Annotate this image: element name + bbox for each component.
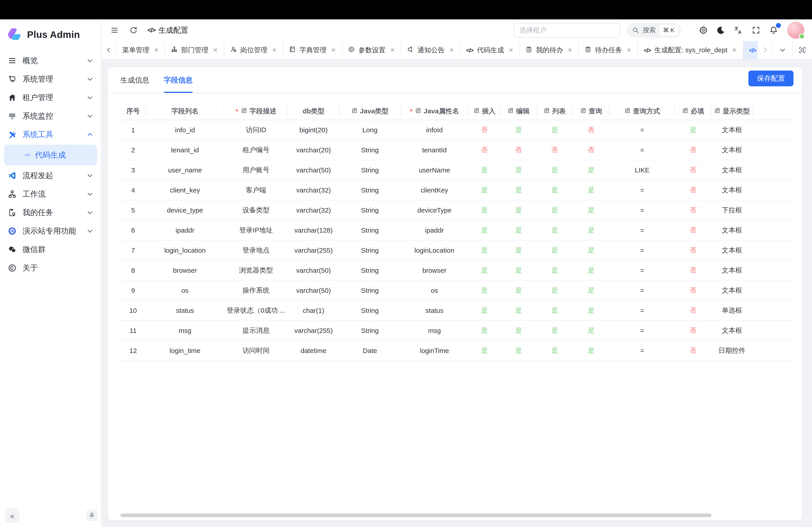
cell-display[interactable]: 文本框 — [711, 140, 752, 160]
cell-queryType[interactable]: = — [609, 140, 675, 160]
cell-query[interactable]: 否 — [573, 120, 609, 140]
sidebar-item-6[interactable]: 工作流 — [0, 185, 101, 203]
sidebar-item-3[interactable]: 系统监控 — [0, 107, 101, 125]
sidebar-item-10[interactable]: 关于 — [0, 259, 101, 277]
cell-queryType[interactable]: = — [609, 260, 675, 281]
cell-edit[interactable]: 是 — [501, 341, 537, 361]
page-tab-6[interactable]: </>代码生成✕ — [460, 41, 520, 59]
cell-required[interactable]: 否 — [675, 180, 711, 200]
cell-required[interactable]: 否 — [675, 300, 711, 320]
cell-query[interactable]: 是 — [573, 180, 609, 200]
sidebar-subitem-code-generation[interactable]: </>代码生成 — [4, 145, 97, 165]
refresh-icon[interactable] — [129, 25, 139, 35]
cell-insert[interactable]: 是 — [468, 220, 501, 240]
pin-icon[interactable] — [86, 510, 98, 521]
cell-list[interactable]: 否 — [537, 140, 573, 160]
cell-display[interactable]: 文本框 — [711, 320, 752, 341]
tabs-scroll-left-icon[interactable] — [102, 41, 116, 59]
close-icon[interactable]: ✕ — [154, 47, 159, 54]
cell-query[interactable]: 是 — [573, 200, 609, 220]
cell-query[interactable]: 是 — [573, 320, 609, 341]
cell-insert[interactable]: 是 — [468, 240, 501, 260]
cell-queryType[interactable]: = — [609, 300, 675, 320]
cell-insert[interactable]: 是 — [468, 281, 501, 300]
close-icon[interactable]: ✕ — [508, 47, 513, 54]
cell-list[interactable]: 是 — [537, 320, 573, 341]
notifications-bell-icon[interactable] — [769, 25, 779, 35]
cell-queryType[interactable]: = — [609, 220, 675, 240]
cell-list[interactable]: 是 — [537, 180, 573, 200]
close-icon[interactable]: ✕ — [567, 47, 572, 54]
cell-edit[interactable]: 是 — [501, 180, 537, 200]
cell-query[interactable]: 是 — [573, 240, 609, 260]
cell-insert[interactable]: 是 — [468, 320, 501, 341]
cell-query[interactable]: 是 — [573, 300, 609, 320]
page-tab-8[interactable]: 待办任务✕ — [579, 41, 638, 59]
close-icon[interactable]: ✕ — [627, 47, 632, 54]
cell-edit[interactable]: 是 — [501, 240, 537, 260]
sidebar-item-9[interactable]: 微信群 — [0, 240, 101, 259]
cell-required[interactable]: 否 — [675, 341, 711, 361]
cell-display[interactable]: 单选框 — [711, 300, 752, 320]
sidebar-item-4[interactable]: 系统工具 — [0, 125, 101, 144]
translate-icon[interactable]: 文 A — [734, 25, 743, 35]
cell-list[interactable]: 是 — [537, 240, 573, 260]
page-tab-9[interactable]: </>生成配置: sys_role_dept✕ — [638, 41, 743, 59]
cell-queryType[interactable]: LIKE — [609, 160, 675, 180]
cell-list[interactable]: 是 — [537, 281, 573, 300]
cell-insert[interactable]: 否 — [468, 120, 501, 140]
global-search-button[interactable]: 搜索 ⌘ K — [627, 23, 681, 37]
cell-query[interactable]: 是 — [573, 341, 609, 361]
cell-display[interactable]: 文本框 — [711, 120, 752, 140]
cell-insert[interactable]: 是 — [468, 160, 501, 180]
cell-queryType[interactable]: = — [609, 180, 675, 200]
cell-edit[interactable]: 是 — [501, 260, 537, 281]
cell-required[interactable]: 否 — [675, 320, 711, 341]
close-icon[interactable]: ✕ — [331, 47, 336, 54]
cell-edit[interactable]: 是 — [501, 160, 537, 180]
close-icon[interactable]: ✕ — [213, 47, 218, 54]
cell-list[interactable]: 是 — [537, 160, 573, 180]
page-tab-4[interactable]: 参数设置✕ — [342, 41, 401, 59]
cell-required[interactable]: 否 — [675, 240, 711, 260]
cell-insert[interactable]: 是 — [468, 300, 501, 320]
cell-queryType[interactable]: = — [609, 281, 675, 300]
close-icon[interactable]: ✕ — [272, 47, 277, 54]
cell-display[interactable]: 文本框 — [711, 281, 752, 300]
cell-queryType[interactable]: = — [609, 240, 675, 260]
horizontal-scrollbar-thumb[interactable] — [120, 513, 711, 517]
cell-queryType[interactable]: = — [609, 200, 675, 220]
page-tab-0[interactable]: 菜单管理✕ — [116, 41, 165, 59]
cell-insert[interactable]: 是 — [468, 260, 501, 281]
cell-list[interactable]: 是 — [537, 120, 573, 140]
cell-edit[interactable]: 否 — [501, 140, 537, 160]
sidebar-item-0[interactable]: 概览 — [0, 51, 101, 70]
cell-list[interactable]: 是 — [537, 341, 573, 361]
cell-insert[interactable]: 是 — [468, 180, 501, 200]
cell-required[interactable]: 否 — [675, 260, 711, 281]
cell-edit[interactable]: 是 — [501, 120, 537, 140]
cell-display[interactable]: 文本框 — [711, 160, 752, 180]
cell-display[interactable]: 文本框 — [711, 220, 752, 240]
close-icon[interactable]: ✕ — [390, 47, 395, 54]
tab-generation-info[interactable]: 生成信息 — [120, 67, 149, 93]
cell-required[interactable]: 否 — [675, 220, 711, 240]
save-config-button[interactable]: 保存配置 — [749, 71, 794, 86]
cell-required[interactable]: 否 — [675, 200, 711, 220]
close-icon[interactable]: ✕ — [449, 47, 454, 54]
cell-list[interactable]: 是 — [537, 260, 573, 281]
cell-edit[interactable]: 是 — [501, 320, 537, 341]
cell-queryType[interactable]: = — [609, 341, 675, 361]
cell-query[interactable]: 是 — [573, 160, 609, 180]
cell-required[interactable]: 否 — [675, 160, 711, 180]
sidebar-item-1[interactable]: 系统管理 — [0, 70, 101, 88]
cell-edit[interactable]: 是 — [501, 200, 537, 220]
page-tab-5[interactable]: 通知公告✕ — [401, 41, 460, 59]
cell-query[interactable]: 否 — [573, 140, 609, 160]
cell-insert[interactable]: 是 — [468, 341, 501, 361]
content-maximize-icon[interactable] — [792, 41, 812, 59]
cell-list[interactable]: 是 — [537, 200, 573, 220]
dark-mode-moon-icon[interactable] — [716, 25, 726, 35]
cell-insert[interactable]: 是 — [468, 200, 501, 220]
cell-edit[interactable]: 是 — [501, 281, 537, 300]
